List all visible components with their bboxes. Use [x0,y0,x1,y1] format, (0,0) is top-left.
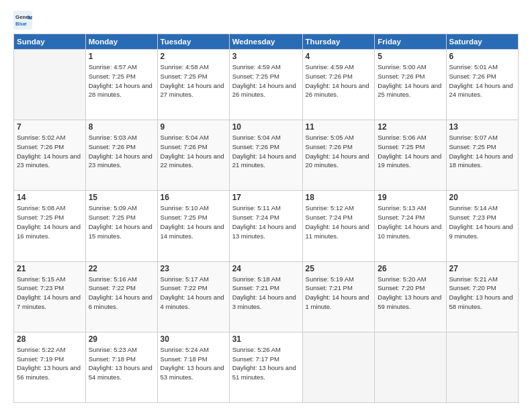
calendar-cell: 4 Sunrise: 4:59 AM Sunset: 7:26 PM Dayli… [302,50,375,120]
calendar-week-4: 21 Sunrise: 5:15 AM Sunset: 7:23 PM Dayl… [14,261,519,332]
day-info: Sunrise: 5:05 AM Sunset: 7:26 PM Dayligh… [306,133,372,170]
day-number: 13 [449,122,516,132]
day-number: 6 [449,52,516,61]
calendar-cell: 21 Sunrise: 5:15 AM Sunset: 7:23 PM Dayl… [14,261,86,332]
day-info: Sunrise: 5:02 AM Sunset: 7:26 PM Dayligh… [17,133,83,170]
page: General Blue Sunday Monday Tuesday Wedne… [0,0,532,411]
day-number: 29 [89,334,154,344]
calendar-cell: 16 Sunrise: 5:10 AM Sunset: 7:25 PM Dayl… [157,191,229,261]
day-info: Sunrise: 4:58 AM Sunset: 7:25 PM Dayligh… [161,62,226,99]
day-info: Sunrise: 5:10 AM Sunset: 7:25 PM Dayligh… [161,203,226,240]
calendar-cell [375,332,446,402]
day-info: Sunrise: 5:09 AM Sunset: 7:25 PM Dayligh… [89,203,154,240]
day-number: 4 [306,52,372,61]
svg-text:Blue: Blue [15,21,28,27]
day-number: 7 [17,122,83,132]
calendar-cell: 20 Sunrise: 5:14 AM Sunset: 7:23 PM Dayl… [446,191,519,261]
day-info: Sunrise: 5:04 AM Sunset: 7:26 PM Dayligh… [161,133,226,170]
day-number: 18 [306,193,372,202]
day-number: 16 [161,193,226,202]
col-tuesday: Tuesday [157,34,229,50]
day-number: 22 [89,264,154,273]
day-info: Sunrise: 5:15 AM Sunset: 7:23 PM Dayligh… [17,275,83,312]
day-number: 10 [232,122,300,132]
day-number: 14 [17,193,83,202]
calendar-cell [14,50,86,120]
calendar-cell: 17 Sunrise: 5:11 AM Sunset: 7:24 PM Dayl… [229,191,302,261]
calendar-week-2: 7 Sunrise: 5:02 AM Sunset: 7:26 PM Dayli… [14,120,519,191]
calendar-cell: 19 Sunrise: 5:13 AM Sunset: 7:24 PM Dayl… [375,191,446,261]
day-info: Sunrise: 5:26 AM Sunset: 7:17 PM Dayligh… [232,345,300,382]
day-info: Sunrise: 5:13 AM Sunset: 7:24 PM Dayligh… [378,203,443,240]
calendar-cell: 28 Sunrise: 5:22 AM Sunset: 7:19 PM Dayl… [14,332,86,402]
col-saturday: Saturday [446,34,519,50]
day-info: Sunrise: 5:01 AM Sunset: 7:26 PM Dayligh… [449,62,516,99]
day-info: Sunrise: 4:57 AM Sunset: 7:25 PM Dayligh… [89,62,154,99]
day-number: 1 [89,52,154,61]
day-info: Sunrise: 5:03 AM Sunset: 7:26 PM Dayligh… [89,133,154,170]
calendar-cell: 10 Sunrise: 5:04 AM Sunset: 7:26 PM Dayl… [229,120,302,191]
calendar-cell: 6 Sunrise: 5:01 AM Sunset: 7:26 PM Dayli… [446,50,519,120]
day-number: 21 [17,264,83,273]
calendar-cell: 5 Sunrise: 5:00 AM Sunset: 7:26 PM Dayli… [375,50,446,120]
calendar-table: Sunday Monday Tuesday Wednesday Thursday… [13,34,519,403]
calendar-week-5: 28 Sunrise: 5:22 AM Sunset: 7:19 PM Dayl… [14,332,519,402]
day-info: Sunrise: 5:18 AM Sunset: 7:21 PM Dayligh… [232,275,300,312]
day-info: Sunrise: 5:19 AM Sunset: 7:21 PM Dayligh… [306,275,372,312]
calendar-week-3: 14 Sunrise: 5:08 AM Sunset: 7:25 PM Dayl… [14,191,519,261]
calendar-cell: 2 Sunrise: 4:58 AM Sunset: 7:25 PM Dayli… [157,50,229,120]
day-info: Sunrise: 5:11 AM Sunset: 7:24 PM Dayligh… [232,203,300,240]
day-info: Sunrise: 5:08 AM Sunset: 7:25 PM Dayligh… [17,203,83,240]
calendar-cell: 13 Sunrise: 5:07 AM Sunset: 7:25 PM Dayl… [446,120,519,191]
calendar-cell: 31 Sunrise: 5:26 AM Sunset: 7:17 PM Dayl… [229,332,302,402]
day-number: 23 [161,264,226,273]
day-info: Sunrise: 5:23 AM Sunset: 7:18 PM Dayligh… [89,345,154,382]
calendar-cell: 8 Sunrise: 5:03 AM Sunset: 7:26 PM Dayli… [85,120,157,191]
day-info: Sunrise: 5:20 AM Sunset: 7:20 PM Dayligh… [378,275,443,312]
day-number: 15 [89,193,154,202]
calendar-cell: 23 Sunrise: 5:17 AM Sunset: 7:22 PM Dayl… [157,261,229,332]
logo-icon: General Blue [13,11,32,30]
day-number: 28 [17,334,83,344]
calendar-cell: 9 Sunrise: 5:04 AM Sunset: 7:26 PM Dayli… [157,120,229,191]
col-monday: Monday [85,34,157,50]
day-number: 12 [378,122,443,132]
day-info: Sunrise: 5:16 AM Sunset: 7:22 PM Dayligh… [89,275,154,312]
day-number: 17 [232,193,300,202]
calendar-cell: 18 Sunrise: 5:12 AM Sunset: 7:24 PM Dayl… [302,191,375,261]
day-info: Sunrise: 5:07 AM Sunset: 7:25 PM Dayligh… [449,133,516,170]
col-friday: Friday [375,34,446,50]
day-info: Sunrise: 4:59 AM Sunset: 7:25 PM Dayligh… [232,62,300,99]
day-number: 19 [378,193,443,202]
calendar-cell: 11 Sunrise: 5:05 AM Sunset: 7:26 PM Dayl… [302,120,375,191]
day-info: Sunrise: 4:59 AM Sunset: 7:26 PM Dayligh… [306,62,372,99]
calendar-cell: 15 Sunrise: 5:09 AM Sunset: 7:25 PM Dayl… [85,191,157,261]
day-info: Sunrise: 5:14 AM Sunset: 7:23 PM Dayligh… [449,203,516,240]
day-number: 26 [378,264,443,273]
day-number: 31 [232,334,300,344]
calendar-cell: 29 Sunrise: 5:23 AM Sunset: 7:18 PM Dayl… [85,332,157,402]
col-wednesday: Wednesday [229,34,302,50]
day-number: 24 [232,264,300,273]
day-info: Sunrise: 5:04 AM Sunset: 7:26 PM Dayligh… [232,133,300,170]
day-number: 2 [161,52,226,61]
calendar-cell: 1 Sunrise: 4:57 AM Sunset: 7:25 PM Dayli… [85,50,157,120]
calendar-cell: 12 Sunrise: 5:06 AM Sunset: 7:25 PM Dayl… [375,120,446,191]
calendar-cell: 27 Sunrise: 5:21 AM Sunset: 7:20 PM Dayl… [446,261,519,332]
header: General Blue [13,11,519,30]
day-number: 27 [449,264,516,273]
day-number: 30 [161,334,226,344]
day-number: 8 [89,122,154,132]
day-info: Sunrise: 5:24 AM Sunset: 7:18 PM Dayligh… [161,345,226,382]
day-info: Sunrise: 5:00 AM Sunset: 7:26 PM Dayligh… [378,62,443,99]
day-number: 3 [232,52,300,61]
calendar-cell: 14 Sunrise: 5:08 AM Sunset: 7:25 PM Dayl… [14,191,86,261]
calendar-cell: 3 Sunrise: 4:59 AM Sunset: 7:25 PM Dayli… [229,50,302,120]
calendar-cell: 24 Sunrise: 5:18 AM Sunset: 7:21 PM Dayl… [229,261,302,332]
day-number: 9 [161,122,226,132]
logo: General Blue [13,11,35,30]
calendar-cell: 30 Sunrise: 5:24 AM Sunset: 7:18 PM Dayl… [157,332,229,402]
calendar-cell: 26 Sunrise: 5:20 AM Sunset: 7:20 PM Dayl… [375,261,446,332]
day-info: Sunrise: 5:12 AM Sunset: 7:24 PM Dayligh… [306,203,372,240]
day-number: 11 [306,122,372,132]
